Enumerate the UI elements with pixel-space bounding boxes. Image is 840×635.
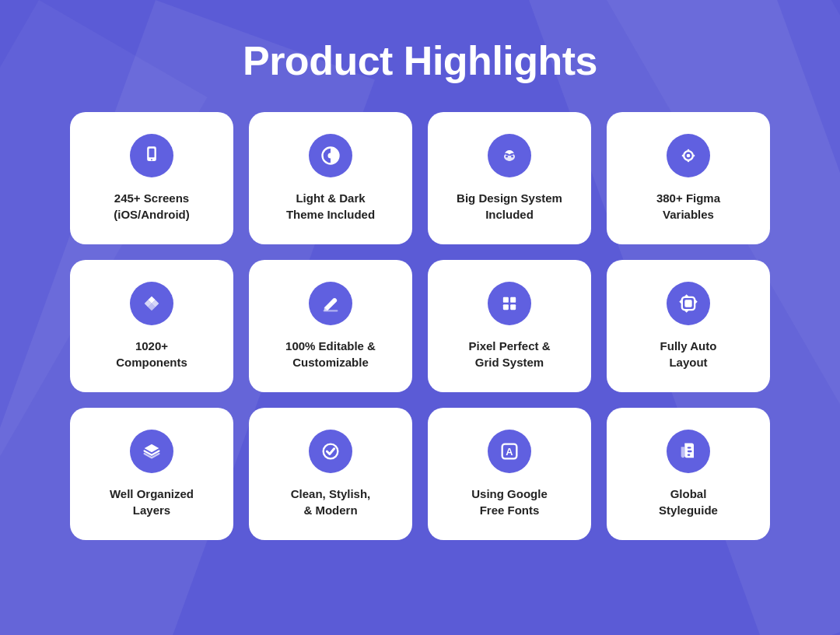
design-system-icon [488, 134, 531, 177]
screens-label: 245+ Screens(iOS/Android) [114, 190, 190, 223]
svg-rect-14 [324, 310, 338, 311]
pixel-icon [488, 282, 531, 325]
card-pixel: Pixel Perfect &Grid System [428, 260, 591, 392]
layers-icon [130, 430, 173, 473]
pixel-label: Pixel Perfect &Grid System [468, 338, 550, 370]
svg-rect-15 [503, 297, 509, 303]
svg-rect-17 [503, 304, 509, 310]
card-layers: Well OrganizedLayers [70, 408, 233, 540]
svg-rect-24 [688, 447, 691, 448]
svg-point-4 [328, 153, 334, 159]
svg-rect-16 [510, 297, 516, 303]
clean-icon [309, 430, 352, 473]
clean-label: Clean, Stylish,& Modern [291, 486, 371, 518]
design-system-label: Big Design SystemIncluded [457, 190, 562, 223]
svg-rect-25 [688, 451, 692, 452]
card-theme: Light & DarkTheme Included [249, 112, 412, 244]
editable-label: 100% Editable &Customizable [285, 338, 376, 370]
page-title: Product Highlights [243, 37, 597, 84]
card-fonts: A Using GoogleFree Fonts [428, 408, 591, 540]
highlights-grid: 245+ Screens(iOS/Android) Light & DarkTh… [70, 112, 770, 540]
editable-icon [309, 282, 352, 325]
svg-rect-20 [684, 300, 691, 307]
svg-point-7 [511, 156, 513, 158]
figma-label: 380+ FigmaVariables [656, 190, 720, 223]
theme-icon [309, 134, 352, 177]
theme-label: Light & DarkTheme Included [286, 190, 375, 223]
screens-icon [130, 134, 173, 177]
card-styleguide: GlobalStyleguide [607, 408, 770, 540]
card-editable: 100% Editable &Customizable [249, 260, 412, 392]
card-design-system: Big Design SystemIncluded [428, 112, 591, 244]
layers-label: Well OrganizedLayers [110, 486, 194, 518]
svg-text:A: A [506, 446, 513, 458]
card-figma: 380+ FigmaVariables [607, 112, 770, 244]
svg-rect-1 [149, 149, 155, 158]
autolayout-icon [667, 282, 710, 325]
svg-point-9 [687, 154, 691, 158]
styleguide-label: GlobalStyleguide [659, 486, 718, 518]
autolayout-label: Fully AutoLayout [660, 338, 717, 370]
card-components: 1020+Components [70, 260, 233, 392]
svg-rect-26 [688, 454, 691, 456]
fonts-icon: A [488, 430, 531, 473]
card-autolayout: Fully AutoLayout [607, 260, 770, 392]
svg-point-6 [506, 156, 508, 158]
figma-icon [667, 134, 710, 177]
components-icon [130, 282, 173, 325]
svg-point-2 [151, 159, 152, 160]
card-clean: Clean, Stylish,& Modern [249, 408, 412, 540]
components-label: 1020+Components [116, 338, 187, 370]
svg-rect-18 [510, 304, 516, 310]
styleguide-icon [667, 430, 710, 473]
fonts-label: Using GoogleFree Fonts [471, 486, 548, 518]
card-screens: 245+ Screens(iOS/Android) [70, 112, 233, 244]
